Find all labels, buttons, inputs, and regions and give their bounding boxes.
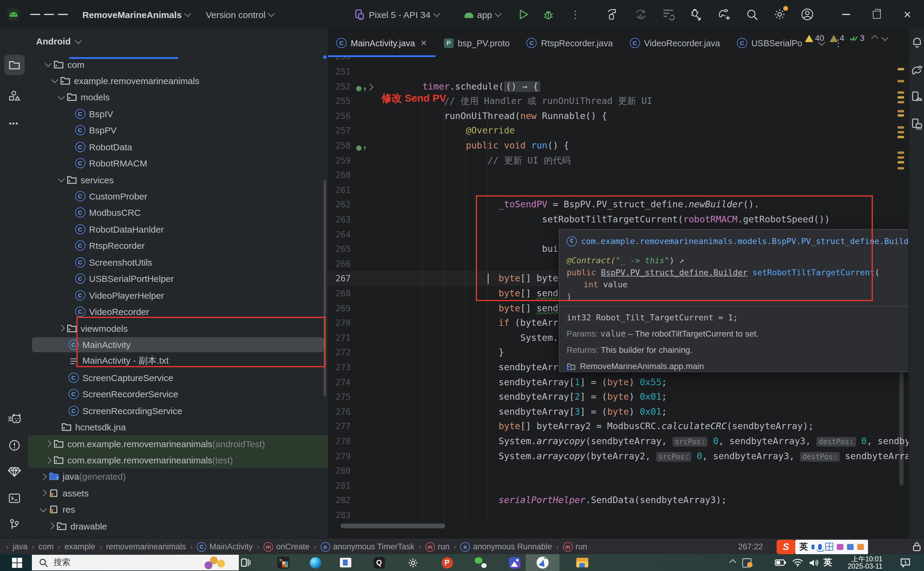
tree-item-assets[interactable]: assets bbox=[28, 485, 328, 501]
window-close-button[interactable]: ✕ bbox=[899, 9, 916, 20]
tree-item-com-example-removemarineanimals[interactable]: com.example.removemarineanimals (test) bbox=[28, 452, 328, 469]
tree-item-videoplayerhelper[interactable]: CVideoPlayerHelper bbox=[28, 287, 328, 304]
battery-icon[interactable] bbox=[773, 554, 788, 571]
tab-videorecorder-java[interactable]: CVideoRecorder.java bbox=[621, 29, 729, 57]
ime-toolbox-icon[interactable] bbox=[837, 544, 844, 549]
notification-center-icon[interactable] bbox=[898, 554, 913, 571]
tree-item-services[interactable]: services bbox=[28, 171, 328, 188]
device-selector[interactable]: Pixel 5 - API 34 bbox=[355, 9, 439, 20]
tree-chevron-icon[interactable] bbox=[44, 441, 52, 446]
tree-chevron-icon[interactable] bbox=[57, 177, 66, 182]
next-issue-icon[interactable] bbox=[882, 34, 888, 41]
run-button[interactable] bbox=[518, 9, 529, 20]
running-devices-icon[interactable] bbox=[909, 118, 924, 130]
taskbar-edge-icon[interactable] bbox=[299, 554, 332, 571]
build-hammer-icon[interactable] bbox=[606, 8, 619, 21]
tree-chevron-icon[interactable] bbox=[57, 326, 66, 330]
tab-options-kebab-icon[interactable]: ⋮ bbox=[833, 29, 843, 57]
editor-area[interactable]: CMainActivity.java✕Pbsp_PV.protoCRtspRec… bbox=[328, 29, 909, 538]
tree-item-res[interactable]: res bbox=[28, 501, 328, 518]
tree-item-usbserialporthelper[interactable]: CUSBSerialPortHelper bbox=[28, 270, 328, 287]
tree-item-robotdata[interactable]: CRobotData bbox=[28, 139, 328, 155]
caret-position[interactable]: 267:22 bbox=[738, 542, 763, 551]
ime-lang-label[interactable]: 英 bbox=[799, 541, 808, 552]
tree-item-drawable[interactable]: drawable bbox=[28, 518, 328, 534]
tree-item-robotrmacm[interactable]: CRobotRMACM bbox=[28, 155, 328, 171]
taskbar-p-app-icon[interactable]: P bbox=[430, 554, 464, 571]
volume-icon[interactable] bbox=[807, 554, 822, 571]
taskbar-file-explorer-icon[interactable] bbox=[565, 554, 599, 571]
tree-item-mainactivity-txt[interactable]: MainActivity - 副本.txt bbox=[28, 353, 328, 369]
attach-debugger-icon[interactable] bbox=[689, 8, 702, 21]
taskbar-wechat-icon[interactable] bbox=[464, 554, 497, 571]
tree-item-mainactivity[interactable]: CMainActivity bbox=[28, 336, 328, 353]
breadcrumb-item[interactable]: monCreate bbox=[263, 542, 310, 551]
sync-project-icon[interactable]: A bbox=[634, 8, 647, 21]
tree-item-screenshotutils[interactable]: CScreenshotUtils bbox=[28, 254, 328, 270]
ime-toolbar[interactable]: S 英 bbox=[777, 539, 868, 554]
tree-item-screencaptureservice[interactable]: CScreenCaptureService bbox=[28, 369, 328, 386]
tree-item-viewmodels[interactable]: viewmodels bbox=[28, 320, 328, 336]
inspection-mark[interactable] bbox=[898, 136, 904, 138]
documentation-popup[interactable]: C com.example.removemarineanimals.models… bbox=[559, 229, 909, 372]
tab-mainactivity-java[interactable]: CMainActivity.java✕ bbox=[328, 29, 435, 57]
tree-item-screenrecordingservice[interactable]: CScreenRecordingService bbox=[28, 403, 328, 419]
version-control-icon[interactable] bbox=[0, 514, 28, 535]
tree-item-bsppv[interactable]: CBspPV bbox=[28, 122, 328, 139]
taskbar-task-view-icon[interactable] bbox=[229, 554, 263, 571]
tree-item-modbuscrc[interactable]: CModbusCRC bbox=[28, 204, 328, 221]
taskbar-search-input[interactable]: 搜索 bbox=[32, 555, 239, 570]
tree-chevron-icon[interactable] bbox=[51, 79, 59, 83]
window-maximize-button[interactable] bbox=[868, 11, 885, 19]
search-icon[interactable] bbox=[746, 8, 758, 21]
tree-item-com[interactable]: com bbox=[28, 56, 328, 73]
gradle-sync-icon[interactable] bbox=[717, 8, 731, 20]
more-actions-kebab-icon[interactable]: ⋮ bbox=[570, 8, 580, 21]
debug-button[interactable] bbox=[543, 9, 554, 20]
tray-chevron-up-icon[interactable] bbox=[726, 554, 740, 571]
ime-brush-icon[interactable] bbox=[857, 544, 864, 549]
breadcrumb-item[interactable]: java bbox=[12, 542, 28, 551]
tree-item-example-removemarineanimals[interactable]: example.removemarineanimals bbox=[28, 73, 328, 89]
inspection-mark[interactable] bbox=[898, 96, 904, 98]
ime-keyboard-icon[interactable] bbox=[825, 543, 833, 551]
tree-item-com-example-removemarineanimals[interactable]: com.example.removemarineanimals (android… bbox=[28, 435, 328, 452]
tree-chevron-icon[interactable] bbox=[39, 474, 48, 479]
hidden-tabs-chevron-icon[interactable] bbox=[819, 29, 824, 57]
tab-close-icon[interactable]: ✕ bbox=[421, 39, 427, 48]
ime-bar[interactable]: 英 bbox=[795, 539, 868, 554]
tree-chevron-icon[interactable] bbox=[44, 458, 52, 463]
inspection-mark[interactable] bbox=[898, 68, 904, 70]
inspection-mark[interactable] bbox=[898, 101, 904, 103]
breadcrumb-item[interactable]: CMainActivity bbox=[197, 542, 253, 551]
profile-icon[interactable] bbox=[800, 8, 814, 21]
breadcrumb-item[interactable]: removemarineanimals bbox=[106, 542, 186, 551]
tray-display-sync-icon[interactable] bbox=[740, 554, 754, 571]
tab-bsp-pv-proto[interactable]: Pbsp_PV.proto bbox=[435, 29, 518, 57]
inspection-mark[interactable] bbox=[898, 114, 904, 116]
resource-manager-icon[interactable] bbox=[0, 86, 28, 106]
tree-item-rtsprecorder[interactable]: CRtspRecorder bbox=[28, 238, 328, 254]
tab-usbserialpo[interactable]: CUSBSerialPo bbox=[729, 29, 811, 57]
tree-item-bspiv[interactable]: CBspIV bbox=[28, 105, 328, 122]
tree-item-models[interactable]: models bbox=[28, 89, 328, 105]
inspection-mark[interactable] bbox=[898, 91, 904, 93]
editor-vertical-scrollbar[interactable] bbox=[899, 366, 904, 486]
project-folder-icon[interactable] bbox=[0, 55, 28, 75]
tree-item-screenrecorderservice[interactable]: CScreenRecorderService bbox=[28, 386, 328, 403]
inspection-mark[interactable] bbox=[898, 126, 904, 128]
problems-icon[interactable] bbox=[0, 435, 28, 455]
tree-chevron-icon[interactable] bbox=[57, 95, 66, 100]
breadcrumb-item[interactable]: example bbox=[65, 542, 95, 551]
terminal-icon[interactable] bbox=[0, 488, 28, 508]
tab-rtsprecorder-java[interactable]: CRtspRecorder.java bbox=[518, 29, 621, 57]
panel-scrollbar[interactable] bbox=[323, 180, 326, 397]
app-quality-insights-icon[interactable] bbox=[0, 461, 28, 482]
gradle-icon[interactable] bbox=[909, 65, 924, 76]
contract-annotation[interactable]: ) ↗ bbox=[669, 255, 684, 265]
sogou-logo-icon[interactable]: S bbox=[777, 539, 795, 554]
tray-clock[interactable]: 上午10:012025-03-11 bbox=[839, 554, 882, 571]
inspection-mark[interactable] bbox=[898, 151, 904, 154]
editor-horizontal-scrollbar[interactable] bbox=[341, 523, 445, 528]
taskbar-q-app-icon[interactable]: Q bbox=[362, 554, 396, 571]
